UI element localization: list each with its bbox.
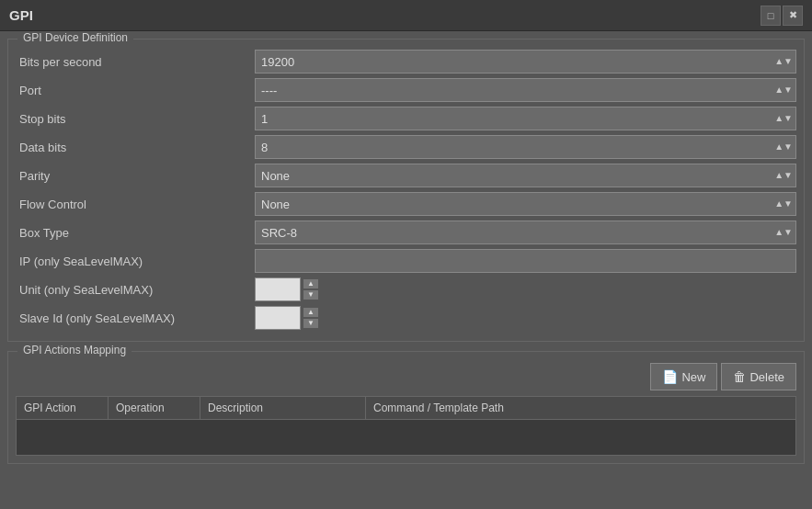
unit-input[interactable] <box>255 277 301 301</box>
stop-bits-label: Stop bits <box>16 112 255 126</box>
unit-up-button[interactable]: ▲ <box>303 278 319 289</box>
data-bits-select[interactable]: 8567 <box>255 135 796 159</box>
delete-icon: 🗑 <box>733 369 746 384</box>
slave-id-input[interactable] <box>255 306 301 330</box>
titlebar-controls: □ ✖ <box>761 6 803 26</box>
flow-control-control: NoneHardware SoftwareXON/XOFF ▲▼ <box>255 192 796 216</box>
bits-per-second-label: Bits per second <box>16 55 255 69</box>
ip-label: IP (only SeaLevelMAX) <box>16 254 255 268</box>
new-button[interactable]: 📄 New <box>650 363 717 390</box>
port-select[interactable]: ---- COM1COM2COM3COM4 <box>255 78 796 102</box>
parity-control: NoneEvenOdd MarkSpace ▲▼ <box>255 164 796 187</box>
box-type-select[interactable]: SRC-8SRC-16SeaLevelMAX <box>255 221 796 244</box>
data-bits-row: Data bits 8567 ▲▼ <box>16 134 796 160</box>
table-body <box>16 419 796 456</box>
col-operation: Operation <box>109 397 200 419</box>
stop-bits-control: 11.52 ▲▼ <box>255 107 796 130</box>
delete-button[interactable]: 🗑 Delete <box>721 363 796 390</box>
ip-control <box>255 249 796 273</box>
slave-id-row: Slave Id (only SeaLevelMAX) ▲ ▼ <box>16 305 796 331</box>
stop-bits-select[interactable]: 11.52 <box>255 107 796 130</box>
titlebar: GPI □ ✖ <box>0 0 812 31</box>
new-button-label: New <box>681 370 705 384</box>
close-icon: ✖ <box>789 9 797 21</box>
slave-id-down-button[interactable]: ▼ <box>303 318 319 329</box>
data-bits-control: 8567 ▲▼ <box>255 135 796 159</box>
slave-id-spinner-buttons: ▲ ▼ <box>303 307 319 329</box>
unit-down-button[interactable]: ▼ <box>303 289 319 300</box>
box-type-label: Box Type <box>16 226 255 240</box>
window-title: GPI <box>9 7 33 23</box>
box-type-control: SRC-8SRC-16SeaLevelMAX ▲▼ <box>255 221 796 244</box>
box-type-row: Box Type SRC-8SRC-16SeaLevelMAX ▲▼ <box>16 220 796 245</box>
ip-input[interactable] <box>255 249 796 273</box>
col-command-path: Command / Template Path <box>366 397 795 419</box>
slave-id-up-button[interactable]: ▲ <box>303 307 319 318</box>
flow-control-row: Flow Control NoneHardware SoftwareXON/XO… <box>16 191 796 217</box>
parity-label: Parity <box>16 169 255 183</box>
bits-per-second-row: Bits per second 19200 30012002400 480096… <box>16 49 796 74</box>
table-header: GPI Action Operation Description Command… <box>16 396 796 419</box>
device-definition-section: GPI Device Definition Bits per second 19… <box>7 39 805 342</box>
actions-toolbar: 📄 New 🗑 Delete <box>16 361 796 390</box>
slave-id-label: Slave Id (only SeaLevelMAX) <box>16 311 255 325</box>
new-icon: 📄 <box>662 369 678 384</box>
bits-per-second-select[interactable]: 19200 30012002400 4800960038400 57600115… <box>255 50 796 74</box>
main-window: GPI □ ✖ GPI Device Definition Bits per s… <box>0 0 812 509</box>
ip-row: IP (only SeaLevelMAX) <box>16 248 796 274</box>
flow-control-label: Flow Control <box>16 198 255 211</box>
col-description: Description <box>200 397 366 419</box>
data-bits-label: Data bits <box>16 141 255 154</box>
slave-id-control: ▲ ▼ <box>255 306 796 330</box>
parity-select[interactable]: NoneEvenOdd MarkSpace <box>255 164 796 187</box>
delete-button-label: Delete <box>749 370 784 384</box>
stop-bits-row: Stop bits 11.52 ▲▼ <box>16 106 796 131</box>
close-button[interactable]: ✖ <box>783 6 803 26</box>
bits-per-second-control: 19200 30012002400 4800960038400 57600115… <box>255 50 796 74</box>
unit-label: Unit (only SeaLevelMAX) <box>16 283 255 297</box>
port-label: Port <box>16 84 255 97</box>
port-row: Port ---- COM1COM2COM3COM4 ▲▼ <box>16 77 796 103</box>
unit-spinner-buttons: ▲ ▼ <box>303 278 319 300</box>
device-definition-title: GPI Device Definition <box>17 31 133 44</box>
content-area: GPI Device Definition Bits per second 19… <box>0 31 812 509</box>
restore-icon: □ <box>768 10 774 21</box>
parity-row: Parity NoneEvenOdd MarkSpace ▲▼ <box>16 163 796 188</box>
restore-button[interactable]: □ <box>761 6 781 26</box>
flow-control-select[interactable]: NoneHardware SoftwareXON/XOFF <box>255 192 796 216</box>
col-gpi-action: GPI Action <box>17 397 109 419</box>
unit-control: ▲ ▼ <box>255 277 796 301</box>
port-control: ---- COM1COM2COM3COM4 ▲▼ <box>255 78 796 102</box>
actions-mapping-section: GPI Actions Mapping 📄 New 🗑 Delete GPI A… <box>7 351 805 464</box>
unit-row: Unit (only SeaLevelMAX) ▲ ▼ <box>16 277 796 302</box>
actions-mapping-title: GPI Actions Mapping <box>17 344 132 356</box>
